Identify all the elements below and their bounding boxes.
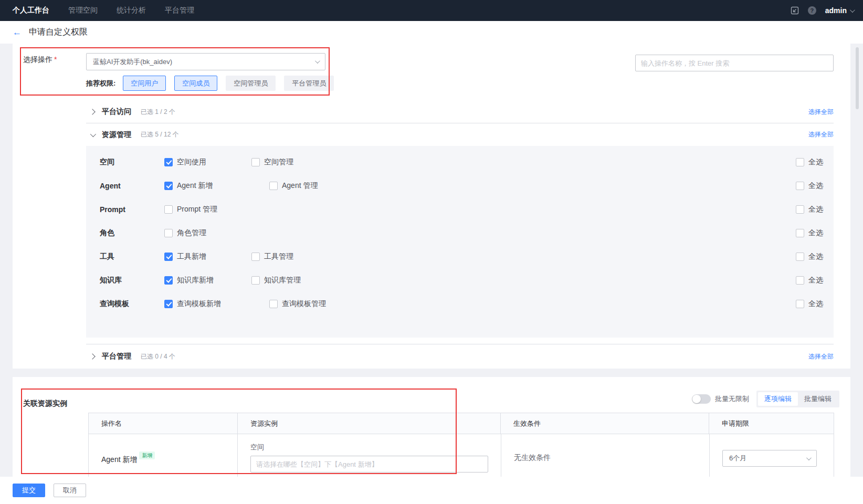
group-selected-count: 已选 0 / 4 个 <box>141 352 175 361</box>
checkbox-icon[interactable] <box>164 205 173 214</box>
select-all-link[interactable]: 选择全部 <box>808 352 834 361</box>
recommend-tag-平台管理员[interactable]: 平台管理员 <box>284 76 334 91</box>
action-name: Agent 新增 <box>101 455 137 464</box>
resource-instance-card: 关联资源实例 批量无限制 逐项编辑批量编辑 操作名资源实例生效条件申请期限 Ag… <box>13 377 850 477</box>
column-header-申请期限: 申请期限 <box>709 413 835 434</box>
checkbox-checked-icon[interactable] <box>164 253 173 261</box>
recommend-tag-空间成员[interactable]: 空间成员 <box>174 76 217 91</box>
permission-option: 知识库新增 <box>164 276 251 285</box>
checkbox-icon[interactable] <box>269 182 278 190</box>
action-search <box>635 55 834 71</box>
checkbox-icon[interactable] <box>269 300 278 308</box>
cell-action-name: Agent 新增新增 <box>89 434 238 477</box>
nav-item-管理空间[interactable]: 管理空间 <box>68 6 98 15</box>
column-header-操作名: 操作名 <box>89 413 238 434</box>
chevron-down-icon <box>315 58 320 64</box>
checkbox-checked-icon[interactable] <box>164 158 173 166</box>
recommend-tag-空间用户[interactable]: 空间用户 <box>123 76 166 91</box>
permission-option-label: 工具新增 <box>177 252 206 261</box>
period-select-dropdown[interactable]: 6个月 <box>722 450 817 467</box>
action-select-dropdown[interactable]: 蓝鲸AI开发助手(bk_aidev) <box>86 53 325 70</box>
select-all-label: 全选 <box>808 228 823 238</box>
recommend-label: 推荐权限: <box>86 79 115 88</box>
checkbox-icon[interactable] <box>796 300 804 308</box>
batch-unlimited-label: 批量无限制 <box>715 394 749 404</box>
permission-row-label: Agent <box>100 182 164 190</box>
permission-row-label: 工具 <box>100 252 164 261</box>
workbench-icon[interactable] <box>791 6 799 15</box>
edit-mode-批量编辑[interactable]: 批量编辑 <box>798 392 838 406</box>
row-select-all: 全选 <box>796 181 823 191</box>
group-name: 资源管理 <box>102 130 131 140</box>
checkbox-icon[interactable] <box>796 205 804 214</box>
permission-row-label: 角色 <box>100 228 164 238</box>
permission-option-label: Agent 管理 <box>282 181 318 191</box>
select-all-link[interactable]: 选择全部 <box>808 130 834 139</box>
permission-row-label: Prompt <box>100 205 164 214</box>
chevron-down-icon <box>90 131 96 136</box>
edit-mode-逐项编辑[interactable]: 逐项编辑 <box>758 392 798 406</box>
permission-option-label: 查询模板管理 <box>282 299 326 309</box>
select-all-link[interactable]: 选择全部 <box>808 108 834 117</box>
permission-row-label: 空间 <box>100 158 164 167</box>
checkbox-icon[interactable] <box>796 276 804 285</box>
recommend-tag-空间管理员[interactable]: 空间管理员 <box>226 76 276 91</box>
checkbox-icon[interactable] <box>251 158 260 166</box>
submit-button[interactable]: 提交 <box>13 484 45 497</box>
cell-resource-instance: 空间 <box>238 434 501 477</box>
checkbox-icon[interactable] <box>796 158 804 166</box>
group-row-平台访问[interactable]: 平台访问已选 1 / 2 个选择全部 <box>86 101 834 123</box>
chevron-right-icon <box>89 109 95 114</box>
select-all-label: 全选 <box>808 276 823 285</box>
row-select-all: 全选 <box>796 299 823 309</box>
group-name: 平台访问 <box>102 107 131 117</box>
group-row-平台管理[interactable]: 平台管理已选 0 / 4 个选择全部 <box>86 344 834 369</box>
user-menu[interactable]: admin <box>825 6 854 15</box>
checkbox-icon[interactable] <box>796 182 804 190</box>
permission-row-label: 知识库 <box>100 276 164 285</box>
back-arrow-icon[interactable]: ← <box>13 28 22 37</box>
select-all-label: 全选 <box>808 252 823 261</box>
row-select-all: 全选 <box>796 252 823 261</box>
scrollbar-thumb[interactable] <box>856 47 859 109</box>
checkbox-icon[interactable] <box>251 253 260 261</box>
checkbox-icon[interactable] <box>251 276 260 285</box>
checkbox-checked-icon[interactable] <box>164 300 173 308</box>
permission-panel: 空间空间使用空间管理全选AgentAgent 新增Agent 管理全选Promp… <box>86 146 834 338</box>
checkbox-icon[interactable] <box>164 229 173 237</box>
action-search-input[interactable] <box>635 55 834 71</box>
chevron-down-icon <box>850 7 855 13</box>
batch-unlimited-toggle[interactable] <box>692 394 711 404</box>
checkbox-checked-icon[interactable] <box>164 182 173 190</box>
table-controls: 批量无限制 逐项编辑批量编辑 <box>692 391 839 407</box>
resource-table: 操作名资源实例生效条件申请期限 Agent 新增新增 空间 无生效条件 6个月 <box>88 413 834 477</box>
nav-item-统计分析[interactable]: 统计分析 <box>117 6 146 15</box>
group-selected-count: 已选 5 / 12 个 <box>141 130 179 139</box>
cancel-button[interactable]: 取消 <box>54 484 86 497</box>
checkbox-icon[interactable] <box>796 253 804 261</box>
nav-item-个人工作台[interactable]: 个人工作台 <box>13 6 49 15</box>
row-select-all: 全选 <box>796 205 823 214</box>
permission-option-label: 角色管理 <box>177 228 206 238</box>
permission-option-label: 空间使用 <box>177 158 206 167</box>
permission-option: Agent 管理 <box>269 181 374 191</box>
action-selection-card: 选择操作* 蓝鲸AI开发助手(bk_aidev) 推荐权限: 空间用户空间成员空… <box>13 44 850 369</box>
content-area: 选择操作* 蓝鲸AI开发助手(bk_aidev) 推荐权限: 空间用户空间成员空… <box>0 44 863 477</box>
new-badge: 新增 <box>139 452 155 459</box>
row-select-all: 全选 <box>796 158 823 167</box>
required-asterisk: * <box>54 55 57 64</box>
edit-mode-switch: 逐项编辑批量编辑 <box>756 391 839 407</box>
checkbox-icon[interactable] <box>796 229 804 237</box>
recommend-permissions-row: 推荐权限: 空间用户空间成员空间管理员平台管理员 <box>86 76 342 91</box>
recommend-tags: 空间用户空间成员空间管理员平台管理员 <box>123 76 342 91</box>
permission-option: 查询模板新增 <box>164 299 269 309</box>
cell-apply-period: 6个月 <box>710 434 835 477</box>
nav-item-平台管理[interactable]: 平台管理 <box>165 6 194 15</box>
checkbox-checked-icon[interactable] <box>164 276 173 285</box>
resource-instance-input[interactable] <box>250 456 488 472</box>
row-select-all: 全选 <box>796 276 823 285</box>
group-row-资源管理[interactable]: 资源管理已选 5 / 12 个选择全部 <box>86 123 834 146</box>
cell-effective-condition: 无生效条件 <box>501 434 710 477</box>
permission-option-label: Agent 新增 <box>177 181 213 191</box>
help-icon[interactable]: ? <box>808 6 816 15</box>
